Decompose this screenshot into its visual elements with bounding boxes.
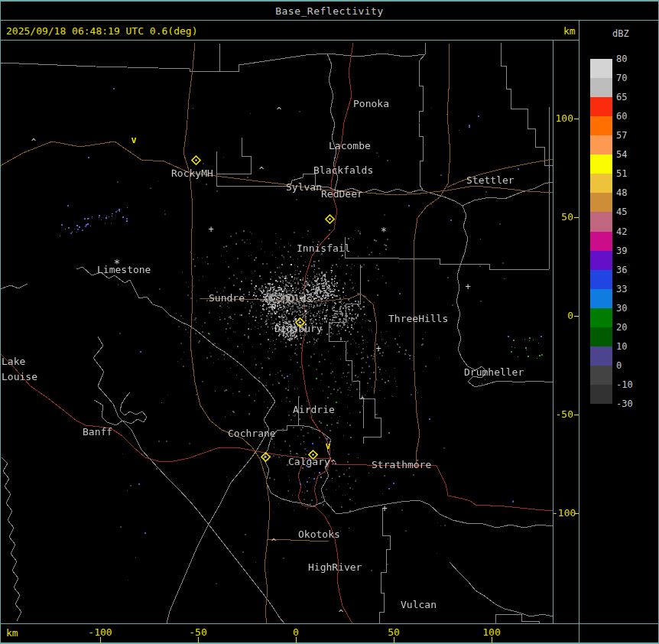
city-label-vulcan: Vulcan — [401, 600, 437, 610]
colorbar-level-label: 70 — [616, 73, 627, 83]
city-label-rockymh: RockyMH — [171, 168, 213, 178]
city-label-sylvan: Sylvan — [286, 182, 322, 192]
colorbar-swatch — [590, 174, 612, 193]
x-tick-label: 0 — [278, 626, 314, 638]
colorbar-level-label: 39 — [616, 246, 627, 256]
x-tick-label: -100 — [82, 626, 118, 638]
x-tick-mark — [394, 637, 394, 643]
star-marker-icon: * — [114, 259, 120, 267]
y-tick-mark — [574, 513, 579, 514]
colorbar-level-label: 42 — [616, 227, 627, 237]
scan-timestamp: 2025/09/18 06:48:19 UTC 0.6(deg) — [6, 25, 197, 37]
checkmark-marker-icon: v — [325, 442, 330, 450]
colorbar-level-label: 45 — [616, 207, 627, 217]
colorbar-swatch — [590, 385, 612, 404]
caret-marker-icon: ^ — [277, 107, 282, 115]
y-tick-label: 0 — [552, 311, 573, 321]
window-title: Base_Reflectivity — [0, 2, 659, 20]
city-label-olds: Olds — [288, 294, 312, 304]
colorbar-swatch — [590, 135, 612, 154]
city-label-strathmore: Strathmore — [372, 460, 431, 470]
x-tick-mark — [198, 637, 199, 643]
colorbar-level-label: 30 — [616, 304, 627, 314]
x-tick-label: -50 — [180, 626, 216, 638]
star-marker-icon: * — [381, 227, 387, 235]
map-right-border — [553, 40, 553, 624]
colorbar-swatch — [590, 232, 612, 251]
colorbar-swatch — [590, 308, 612, 327]
city-label-drumheller: Drumheller — [464, 367, 524, 377]
plus-marker-icon: + — [381, 505, 387, 512]
city-label-okotoks: Okotoks — [298, 529, 340, 539]
plus-marker-icon: + — [269, 304, 274, 311]
colorbar-level-label: 20 — [616, 323, 627, 333]
colorbar-level-label: 60 — [616, 112, 627, 122]
city-label-limestone: Limestone — [97, 265, 151, 275]
checkmark-marker-icon: v — [131, 136, 136, 144]
y-tick-mark — [574, 217, 579, 218]
y-tick-label: -100 — [552, 508, 573, 519]
city-label-lacombe: Lacombe — [329, 141, 371, 151]
y-tick-mark — [574, 415, 579, 415]
map-bottom-border — [0, 623, 659, 624]
x-tick-mark — [492, 637, 492, 643]
colorbar-level-label: 54 — [616, 150, 627, 160]
colorbar-swatch — [590, 116, 612, 135]
colorbar-divider — [579, 20, 579, 644]
city-label-louise: Louise — [2, 372, 37, 382]
x-tick-label: 100 — [473, 626, 510, 638]
caret-marker-icon: ^ — [31, 138, 37, 146]
y-tick-label: -50 — [552, 409, 573, 420]
axis-unit-bottom-left: km — [6, 627, 18, 639]
colorbar-swatch — [590, 212, 612, 231]
colorbar-level-label: 57 — [616, 131, 627, 141]
caret-marker-icon: ^ — [271, 538, 277, 546]
plus-marker-icon: + — [465, 283, 470, 291]
colorbar-swatch — [590, 327, 612, 346]
city-label-stettler: Stettler — [466, 175, 515, 185]
colorbar-swatch — [590, 346, 612, 366]
radar-map-viewport[interactable]: PonokaLacombeBlackfaldsSylvanRedDeerStet… — [1, 41, 553, 623]
colorbar-swatch — [590, 154, 612, 174]
x-tick-mark — [296, 637, 297, 643]
y-tick-mark — [574, 316, 579, 317]
x-tick-mark — [100, 637, 101, 643]
plus-marker-icon: + — [375, 345, 381, 353]
city-label-lake: Lake — [2, 356, 25, 366]
x-tick-label: 50 — [375, 626, 412, 638]
colorbar-title: dBZ — [612, 28, 629, 39]
city-label-cochrane: Cochrane — [228, 428, 276, 438]
y-tick-label: 50 — [552, 212, 573, 223]
titlebar-divider — [0, 20, 659, 21]
city-label-sundre: Sundre — [209, 293, 245, 303]
colorbar-level-label: 0 — [616, 361, 622, 371]
y-tick-mark — [574, 119, 579, 119]
colorbar-level-label: 51 — [616, 169, 627, 179]
colorbar-swatch — [590, 97, 612, 116]
city-label-airdrie: Airdrie — [293, 405, 335, 415]
y-tick-label: 100 — [552, 113, 573, 124]
city-label-innisfail: Innisfail — [297, 243, 350, 253]
colorbar-level-label: 80 — [616, 54, 627, 64]
colorbar-level-label: -10 — [616, 380, 633, 390]
caret-marker-icon: ^ — [259, 167, 265, 174]
colorbar-level-label: 33 — [616, 285, 627, 294]
axis-unit-top-right: km — [563, 25, 576, 37]
colorbar-swatch — [590, 270, 612, 289]
colorbar-level-label: 36 — [616, 265, 627, 275]
city-label-threehills: ThreeHills — [388, 314, 448, 324]
caret-marker-icon: ^ — [360, 397, 365, 405]
colorbar-level-label: -30 — [616, 399, 633, 409]
colorbar-swatch — [590, 193, 612, 212]
radar-app-window: Base_Reflectivity 2025/09/18 06:48:19 UT… — [0, 0, 659, 644]
colorbar-swatch — [590, 251, 612, 270]
colorbar-level-label: 65 — [616, 93, 627, 102]
colorbar-level-label: 48 — [616, 188, 627, 198]
colorbar-swatch — [590, 366, 612, 385]
map-layers: PonokaLacombeBlackfaldsSylvanRedDeerStet… — [1, 41, 553, 623]
caret-marker-icon: ^ — [331, 460, 336, 467]
colorbar-swatch — [590, 78, 612, 97]
plus-marker-icon: + — [208, 226, 213, 233]
colorbar-level-label: 10 — [616, 342, 627, 352]
caret-marker-icon: ^ — [339, 610, 344, 617]
